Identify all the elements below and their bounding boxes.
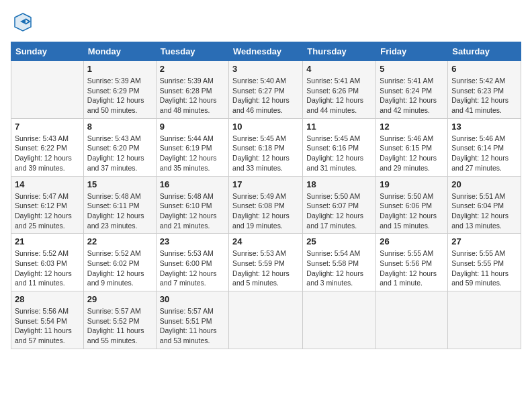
day-number: 14	[15, 179, 80, 189]
day-number: 26	[380, 236, 444, 246]
day-info: Sunrise: 5:53 AM Sunset: 6:00 PM Dayligh…	[160, 248, 225, 288]
day-number: 23	[160, 236, 225, 246]
day-number: 17	[232, 179, 299, 189]
header-day: Tuesday	[156, 42, 228, 61]
calendar-cell: 12Sunrise: 5:46 AM Sunset: 6:15 PM Dayli…	[376, 118, 448, 176]
day-number: 24	[232, 236, 299, 246]
day-info: Sunrise: 5:53 AM Sunset: 5:59 PM Dayligh…	[232, 248, 299, 288]
calendar-cell: 27Sunrise: 5:55 AM Sunset: 5:55 PM Dayli…	[448, 234, 521, 291]
calendar-cell: 23Sunrise: 5:53 AM Sunset: 6:00 PM Dayli…	[156, 234, 228, 291]
day-number: 21	[15, 236, 80, 246]
calendar-cell: 11Sunrise: 5:45 AM Sunset: 6:16 PM Dayli…	[303, 118, 376, 176]
header-day: Saturday	[448, 42, 521, 61]
calendar-cell: 15Sunrise: 5:48 AM Sunset: 6:11 PM Dayli…	[83, 176, 156, 234]
calendar-cell: 10Sunrise: 5:45 AM Sunset: 6:18 PM Dayli…	[229, 118, 303, 176]
header-day: Thursday	[303, 42, 376, 61]
day-number: 22	[87, 236, 152, 246]
day-info: Sunrise: 5:43 AM Sunset: 6:22 PM Dayligh…	[15, 134, 80, 173]
day-info: Sunrise: 5:56 AM Sunset: 5:54 PM Dayligh…	[15, 306, 80, 346]
day-info: Sunrise: 5:54 AM Sunset: 5:58 PM Dayligh…	[306, 248, 372, 288]
calendar-cell: 14Sunrise: 5:47 AM Sunset: 6:12 PM Dayli…	[11, 176, 84, 234]
day-info: Sunrise: 5:41 AM Sunset: 6:24 PM Dayligh…	[380, 76, 444, 116]
day-info: Sunrise: 5:43 AM Sunset: 6:20 PM Dayligh…	[87, 134, 152, 173]
calendar-cell: 9Sunrise: 5:44 AM Sunset: 6:19 PM Daylig…	[156, 118, 228, 176]
calendar-cell	[229, 291, 303, 349]
header-day: Monday	[83, 42, 156, 61]
calendar-cell: 8Sunrise: 5:43 AM Sunset: 6:20 PM Daylig…	[83, 118, 156, 176]
day-info: Sunrise: 5:48 AM Sunset: 6:11 PM Dayligh…	[87, 191, 152, 231]
calendar-cell: 24Sunrise: 5:53 AM Sunset: 5:59 PM Dayli…	[229, 234, 303, 291]
calendar-cell: 21Sunrise: 5:52 AM Sunset: 6:03 PM Dayli…	[11, 234, 84, 291]
calendar-header: SundayMondayTuesdayWednesdayThursdayFrid…	[11, 42, 521, 61]
day-info: Sunrise: 5:41 AM Sunset: 6:26 PM Dayligh…	[306, 76, 372, 116]
calendar-cell: 7Sunrise: 5:43 AM Sunset: 6:22 PM Daylig…	[11, 118, 84, 176]
header-day: Friday	[376, 42, 448, 61]
calendar-cell: 3Sunrise: 5:40 AM Sunset: 6:27 PM Daylig…	[229, 61, 303, 119]
calendar-cell	[448, 291, 521, 349]
day-number: 15	[87, 179, 152, 189]
calendar-cell: 22Sunrise: 5:52 AM Sunset: 6:02 PM Dayli…	[83, 234, 156, 291]
day-number: 5	[380, 64, 444, 74]
day-number: 10	[232, 122, 299, 132]
calendar-cell: 5Sunrise: 5:41 AM Sunset: 6:24 PM Daylig…	[376, 61, 448, 119]
day-number: 25	[306, 236, 372, 246]
day-number: 3	[232, 64, 299, 74]
calendar-cell: 2Sunrise: 5:39 AM Sunset: 6:28 PM Daylig…	[156, 61, 228, 119]
calendar-cell: 16Sunrise: 5:48 AM Sunset: 6:10 PM Dayli…	[156, 176, 228, 234]
calendar-week-row: 1Sunrise: 5:39 AM Sunset: 6:29 PM Daylig…	[11, 61, 521, 119]
calendar-cell	[303, 291, 376, 349]
day-info: Sunrise: 5:40 AM Sunset: 6:27 PM Dayligh…	[232, 76, 299, 116]
day-number: 27	[451, 236, 517, 246]
day-number: 20	[451, 179, 517, 189]
day-number: 8	[87, 122, 152, 132]
day-number: 16	[160, 179, 225, 189]
logo-icon	[11, 11, 35, 35]
calendar-cell: 25Sunrise: 5:54 AM Sunset: 5:58 PM Dayli…	[303, 234, 376, 291]
header-day: Sunday	[11, 42, 84, 61]
header-row: SundayMondayTuesdayWednesdayThursdayFrid…	[11, 42, 521, 61]
day-info: Sunrise: 5:55 AM Sunset: 5:55 PM Dayligh…	[451, 248, 517, 288]
day-info: Sunrise: 5:46 AM Sunset: 6:15 PM Dayligh…	[380, 134, 444, 173]
day-number: 6	[451, 64, 517, 74]
page-header	[11, 11, 521, 35]
day-info: Sunrise: 5:39 AM Sunset: 6:29 PM Dayligh…	[87, 76, 152, 116]
day-number: 7	[15, 122, 80, 132]
logo	[11, 11, 38, 35]
day-number: 2	[160, 64, 225, 74]
calendar-week-row: 21Sunrise: 5:52 AM Sunset: 6:03 PM Dayli…	[11, 234, 521, 291]
calendar-week-row: 28Sunrise: 5:56 AM Sunset: 5:54 PM Dayli…	[11, 291, 521, 349]
day-info: Sunrise: 5:50 AM Sunset: 6:07 PM Dayligh…	[306, 191, 372, 231]
day-number: 12	[380, 122, 444, 132]
calendar-cell: 13Sunrise: 5:46 AM Sunset: 6:14 PM Dayli…	[448, 118, 521, 176]
calendar-cell: 1Sunrise: 5:39 AM Sunset: 6:29 PM Daylig…	[83, 61, 156, 119]
calendar-table: SundayMondayTuesdayWednesdayThursdayFrid…	[11, 42, 521, 349]
day-number: 28	[15, 294, 80, 304]
calendar-week-row: 7Sunrise: 5:43 AM Sunset: 6:22 PM Daylig…	[11, 118, 521, 176]
day-info: Sunrise: 5:47 AM Sunset: 6:12 PM Dayligh…	[15, 191, 80, 231]
calendar-cell: 6Sunrise: 5:42 AM Sunset: 6:23 PM Daylig…	[448, 61, 521, 119]
day-info: Sunrise: 5:44 AM Sunset: 6:19 PM Dayligh…	[160, 134, 225, 173]
day-number: 19	[380, 179, 444, 189]
day-info: Sunrise: 5:42 AM Sunset: 6:23 PM Dayligh…	[451, 76, 517, 116]
calendar-cell: 17Sunrise: 5:49 AM Sunset: 6:08 PM Dayli…	[229, 176, 303, 234]
day-info: Sunrise: 5:57 AM Sunset: 5:52 PM Dayligh…	[87, 306, 152, 346]
day-info: Sunrise: 5:50 AM Sunset: 6:06 PM Dayligh…	[380, 191, 444, 231]
calendar-cell: 20Sunrise: 5:51 AM Sunset: 6:04 PM Dayli…	[448, 176, 521, 234]
calendar-cell: 18Sunrise: 5:50 AM Sunset: 6:07 PM Dayli…	[303, 176, 376, 234]
day-info: Sunrise: 5:49 AM Sunset: 6:08 PM Dayligh…	[232, 191, 299, 231]
calendar-week-row: 14Sunrise: 5:47 AM Sunset: 6:12 PM Dayli…	[11, 176, 521, 234]
day-number: 1	[87, 64, 152, 74]
day-info: Sunrise: 5:51 AM Sunset: 6:04 PM Dayligh…	[451, 191, 517, 231]
calendar-cell: 4Sunrise: 5:41 AM Sunset: 6:26 PM Daylig…	[303, 61, 376, 119]
day-number: 30	[160, 294, 225, 304]
day-number: 18	[306, 179, 372, 189]
calendar-cell: 19Sunrise: 5:50 AM Sunset: 6:06 PM Dayli…	[376, 176, 448, 234]
header-day: Wednesday	[229, 42, 303, 61]
calendar-cell: 26Sunrise: 5:55 AM Sunset: 5:56 PM Dayli…	[376, 234, 448, 291]
calendar-cell: 28Sunrise: 5:56 AM Sunset: 5:54 PM Dayli…	[11, 291, 84, 349]
day-number: 29	[87, 294, 152, 304]
day-info: Sunrise: 5:48 AM Sunset: 6:10 PM Dayligh…	[160, 191, 225, 231]
day-info: Sunrise: 5:39 AM Sunset: 6:28 PM Dayligh…	[160, 76, 225, 116]
day-info: Sunrise: 5:45 AM Sunset: 6:16 PM Dayligh…	[306, 134, 372, 173]
calendar-cell	[11, 61, 84, 119]
